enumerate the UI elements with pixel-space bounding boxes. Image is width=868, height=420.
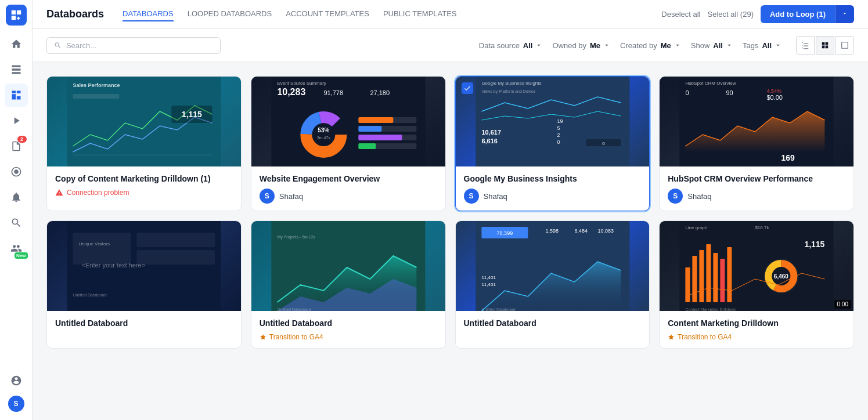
user-avatar: S [8,396,24,412]
data-source-select[interactable]: All [523,41,543,50]
top-navigation: Databoards DATABOARDS LOOPED DATABOARDS … [33,0,868,29]
author-avatar-4: S [668,189,683,204]
svg-text:5: 5 [557,125,560,131]
sidebar-item-user[interactable]: S [5,392,28,415]
view-controls [796,36,854,55]
home-icon [10,38,22,50]
card-body-6: Untitled Databoard Transition to GA4 [251,311,445,348]
databoard-card-1[interactable]: Sales Performance 1,115 Copy of Content … [46,76,242,211]
sidebar-item-home[interactable] [5,32,28,56]
card-thumbnail-2: Event Source Summary 10,283 91,778 27,18… [251,77,445,166]
settings-icon [10,375,22,386]
star-icon [260,334,266,341]
sidebar-item-reports[interactable]: 2 [5,135,28,158]
card-title-8: Content Marketing Drilldown [668,318,845,328]
author-name-2: Shafaq [279,192,303,201]
svg-text:Google My Business Insights: Google My Business Insights [481,81,541,86]
sidebar-item-databoards[interactable] [5,84,28,107]
card-error-1: Connection problem [55,189,233,197]
svg-text:Event Source Summary: Event Source Summary [277,81,326,86]
svg-text:Views by Platform and Device: Views by Platform and Device [481,89,535,94]
author-avatar-3: S [464,189,479,204]
tags-select[interactable]: All [762,41,782,50]
created-by-label: Created by [620,41,657,50]
card-author-2: S Shafaq [260,189,437,204]
created-by-select[interactable]: Me [661,41,682,50]
svg-text:$0.00: $0.00 [767,94,783,101]
svg-text:4.54%: 4.54% [767,88,782,94]
sidebar-item-play[interactable] [5,109,28,132]
card-body-4: HubSpot CRM Overview Performance S Shafa… [660,166,853,211]
large-view-button[interactable] [835,36,854,55]
databoard-card-8[interactable]: Line graph $16.7k 6, [659,220,854,349]
add-to-loop-group: Add to Loop (1) [761,5,854,23]
nav-public[interactable]: PUBLIC TEMPLATES [383,7,457,21]
grid-view-button[interactable] [816,36,834,55]
nav-account[interactable]: ACCOUNT TEMPLATES [286,7,369,21]
databoard-card-5[interactable]: <Enter your text here> Untitled Databoar… [46,220,242,349]
svg-rect-69 [686,267,690,302]
svg-text:HubSpot CRM Overview: HubSpot CRM Overview [686,81,736,86]
star-icon [668,334,675,341]
databoard-card-6[interactable]: My Projects - 5m 12s Untitled Databoard … [251,220,446,349]
grid-icon [821,41,829,49]
svg-rect-5 [73,94,119,99]
databoard-card-3[interactable]: Google My Business Insights Views by Pla… [455,76,650,211]
databoard-card-7[interactable]: 78,399 1,598 6,484 10,083 [455,220,650,349]
svg-text:6,484: 6,484 [574,228,588,234]
card-thumbnail-3: Google My Business Insights Views by Pla… [456,77,650,166]
card-title-4: HubSpot CRM Overview Performance [668,173,845,184]
logo-icon [10,9,23,21]
nav-looped[interactable]: LOOPED DATABOARDS [188,7,272,21]
chevron-icon [535,41,543,49]
show-select[interactable]: All [713,41,733,50]
sidebar-item-goals[interactable] [5,160,28,183]
svg-text:Unique Visitors: Unique Visitors [78,241,110,247]
check-icon [463,84,471,92]
owned-by-filter: Owned by Me [552,41,611,50]
svg-rect-46 [73,233,131,265]
sidebar-item-search[interactable] [5,211,28,234]
add-to-loop-chevron-button[interactable] [835,5,854,23]
sidebar-item-settings[interactable] [5,369,28,392]
large-grid-icon [841,41,849,49]
svg-rect-71 [700,250,704,302]
sidebar-item-alerts[interactable] [5,186,28,209]
card-title-6: Untitled Databoard [260,318,437,328]
select-all-link[interactable]: Select all (29) [707,10,753,19]
databoard-icon [10,89,22,101]
deselect-all-link[interactable]: Deselect all [661,10,700,19]
svg-text:1,115: 1,115 [182,110,202,119]
nav-databoards[interactable]: DATABOARDS [123,7,174,21]
card-thumbnail-4: HubSpot CRM Overview 0 90 4.54% $0.00 [660,77,853,166]
svg-text:10,617: 10,617 [481,129,501,136]
app-logo[interactable] [6,5,27,26]
svg-text:10,083: 10,083 [597,228,614,234]
list-icon [801,41,809,49]
card-thumbnail-6: My Projects - 5m 12s Untitled Databoard [251,221,445,311]
nav-right: Deselect all Select all (29) Add to Loop… [661,5,854,23]
svg-text:90: 90 [726,89,733,96]
play-icon [10,115,22,126]
show-filter: Show All [691,41,733,50]
tags-filter: Tags All [743,41,782,50]
databoard-card-4[interactable]: HubSpot CRM Overview 0 90 4.54% $0.00 [659,76,854,211]
filters-group: Data source All Owned by Me Created by M… [479,36,854,55]
owned-by-select[interactable]: Me [590,41,611,50]
svg-rect-21 [358,117,393,123]
card-thumbnail-8: Line graph $16.7k 6, [660,221,853,311]
author-name-3: Shafaq [484,192,507,201]
svg-text:1,598: 1,598 [545,228,559,234]
databoard-card-2[interactable]: Event Source Summary 10,283 91,778 27,18… [251,76,446,211]
card-title-2: Website Engagement Overview [260,173,437,184]
sidebar-item-numbers[interactable] [5,58,28,81]
search-box[interactable] [46,37,221,54]
svg-text:169: 169 [781,153,795,162]
search-input[interactable] [66,41,213,50]
sidebar-item-new[interactable]: New [5,237,28,260]
add-to-loop-button[interactable]: Add to Loop (1) [761,5,835,23]
list-view-button[interactable] [796,36,815,55]
numbers-icon [10,64,22,75]
svg-text:Untitled Databoard: Untitled Databoard [73,293,106,297]
svg-rect-75 [727,247,732,302]
